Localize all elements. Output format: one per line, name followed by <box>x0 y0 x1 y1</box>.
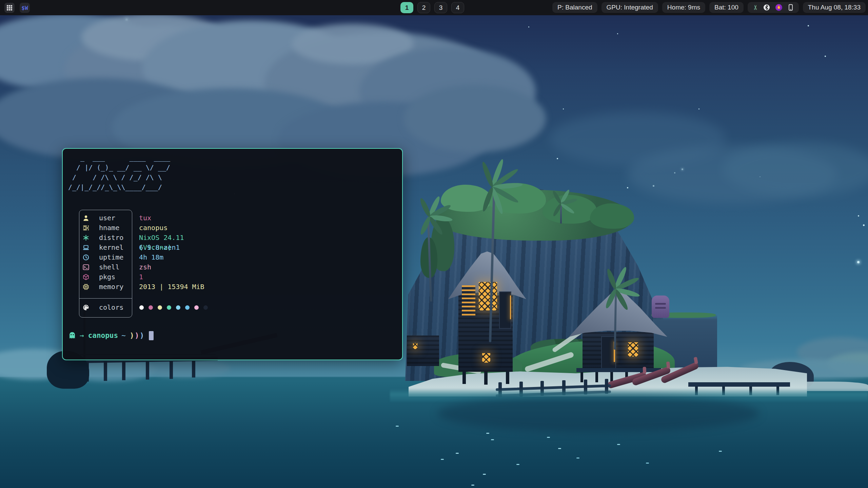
color-swatch <box>149 305 153 310</box>
color-swatch <box>139 305 144 310</box>
hut-window <box>628 342 638 357</box>
info-value: 4h 18m <box>139 252 163 262</box>
scissors-icon[interactable]: ✂ <box>752 5 759 10</box>
uptime-clock-icon <box>82 253 90 261</box>
pier-post <box>170 361 173 379</box>
logo-text: $W <box>21 5 28 11</box>
info-row-distro: distro NixOS 24.11 (Vicuna) <box>63 233 219 243</box>
info-label: pkgs <box>99 272 115 282</box>
pier-post <box>122 361 125 380</box>
hut-window <box>482 353 490 363</box>
star <box>808 25 809 26</box>
hut-door <box>499 291 511 329</box>
star <box>627 187 628 188</box>
color-swatch <box>176 305 180 310</box>
color-swatch <box>167 305 171 310</box>
info-row-user: user tux <box>63 213 219 223</box>
info-row-kernel: kernel 6.9.8-zen1 <box>63 243 219 252</box>
shell-prompt[interactable]: → canopus ~ ) ) ) <box>68 330 154 341</box>
tiki-statue <box>652 296 669 318</box>
hut-window <box>479 282 497 310</box>
info-value: 6.9.8-zen1 <box>139 243 180 252</box>
user-icon <box>82 214 90 222</box>
hut-light <box>510 296 511 319</box>
clock-pill[interactable]: Thu Aug 08, 18:33 <box>803 2 866 13</box>
info-label: distro <box>99 233 123 243</box>
workspace-button-1[interactable]: 1 <box>400 2 413 13</box>
water-reflection <box>437 395 760 432</box>
horizon-cloud <box>142 359 231 378</box>
prompt-chevron: ) <box>130 331 134 340</box>
apps-grid-icon <box>6 5 13 11</box>
kernel-laptop-icon <box>82 243 90 251</box>
bluetooth-icon[interactable] <box>763 4 770 11</box>
star <box>858 215 859 217</box>
info-label: user <box>99 213 115 223</box>
terminal-color-swatches <box>139 305 208 310</box>
gpu-pill[interactable]: GPU: Integrated <box>601 2 658 13</box>
text-cursor[interactable] <box>149 331 154 340</box>
status-area: P: Balanced GPU: Integrated Home: 9ms Ba… <box>552 2 866 13</box>
pier-post <box>192 361 195 378</box>
terminal-window[interactable]: _ ___ ____ ____ / |/ (_)_ __/ __ \/ __/ … <box>62 148 403 360</box>
color-swatch <box>194 305 199 310</box>
info-row-memory: memory 2013 | 15394 MiB <box>63 282 219 292</box>
hostname-icon <box>82 224 90 232</box>
info-label: kernel <box>99 243 123 252</box>
info-value: tux <box>139 213 151 223</box>
workspace-button-3[interactable]: 3 <box>434 2 447 13</box>
info-label: hname <box>99 223 119 233</box>
star <box>528 26 529 27</box>
hut-stilt <box>506 371 509 384</box>
wallet-logo-button[interactable]: $W <box>20 3 30 13</box>
packages-cube-icon <box>82 273 90 281</box>
cloud <box>403 85 546 152</box>
app-launcher-button[interactable] <box>4 3 15 13</box>
info-value: canopus <box>139 223 167 233</box>
prompt-chevron: ) <box>140 331 144 340</box>
prompt-arrow: → <box>80 331 84 340</box>
hut-deck <box>576 368 661 372</box>
info-label: colors <box>99 303 123 312</box>
pier-post <box>104 361 107 381</box>
star <box>617 33 618 34</box>
shell-terminal-icon <box>82 263 90 271</box>
pier-post <box>146 361 149 380</box>
info-value: 2013 | 15394 MiB <box>139 282 204 292</box>
ping-pill[interactable]: Home: 9ms <box>662 2 705 13</box>
star <box>825 56 826 57</box>
info-row-hname: hname canopus <box>63 223 219 233</box>
ghost-icon <box>68 331 76 340</box>
hut-stilt <box>484 372 488 385</box>
walkway <box>688 382 790 387</box>
color-swatch <box>158 305 162 310</box>
info-row-uptime: uptime 4h 18m <box>63 252 219 262</box>
phone-icon[interactable] <box>788 4 794 11</box>
power-profile-pill[interactable]: P: Balanced <box>552 2 597 13</box>
workspace-switcher: 1 2 3 4 <box>400 2 464 13</box>
workspace-button-4[interactable]: 4 <box>451 2 464 13</box>
prompt-chevron: ) <box>135 331 139 340</box>
color-swatch <box>185 305 190 310</box>
flame-icon[interactable] <box>775 4 783 11</box>
info-label: shell <box>99 262 119 272</box>
top-bar: $W 1 2 3 4 P: Balanced GPU: Integrated H… <box>0 0 868 15</box>
palette-icon <box>82 303 90 311</box>
battery-pill[interactable]: Bat: 100 <box>709 2 744 13</box>
star <box>563 108 564 109</box>
memory-chip-icon <box>82 283 90 291</box>
small-hut <box>407 336 439 366</box>
nixos-ascii-logo: _ ___ ____ ____ / |/ (_)_ __/ __ \/ __/ … <box>68 153 170 192</box>
system-tray: ✂ <box>748 2 799 13</box>
small-hut-window <box>413 343 417 349</box>
hut-stilt <box>462 371 466 384</box>
hut-stilt <box>580 372 583 382</box>
info-label: uptime <box>99 252 123 262</box>
info-row-shell: shell zsh <box>63 262 219 272</box>
workspace-button-2[interactable]: 2 <box>417 2 430 13</box>
info-row-pkgs: pkgs 1 <box>63 272 219 282</box>
color-swatch <box>203 305 208 310</box>
info-box-divider <box>79 298 132 299</box>
info-label: memory <box>99 282 123 292</box>
info-row-colors: colors <box>63 303 219 312</box>
